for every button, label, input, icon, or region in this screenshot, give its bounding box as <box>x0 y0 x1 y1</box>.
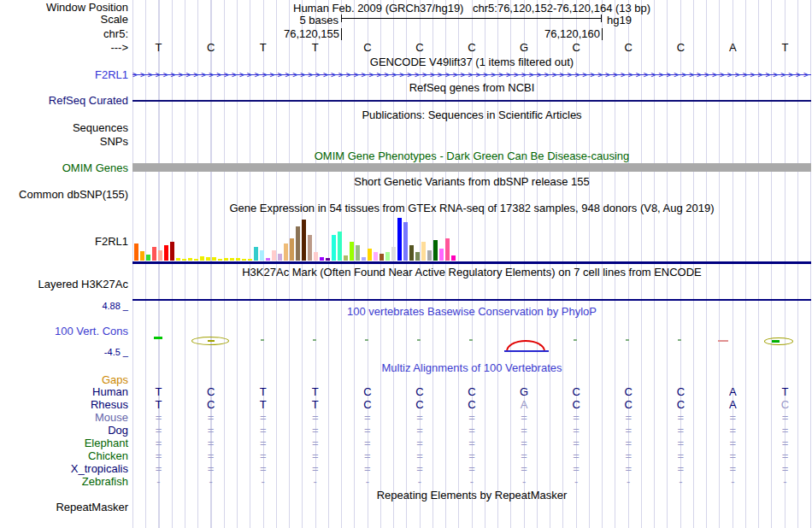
gtex-bar[interactable] <box>272 250 276 261</box>
gtex-gene-label[interactable]: F2RL1 <box>0 236 128 247</box>
gtex-bar[interactable] <box>242 259 246 261</box>
gtex-bar[interactable] <box>188 258 192 261</box>
gtex-bar[interactable] <box>200 256 204 261</box>
gtex-bar[interactable] <box>206 257 210 261</box>
alignment-cell: = <box>759 463 811 474</box>
gtex-bar[interactable] <box>439 249 444 261</box>
gtex-bar[interactable] <box>230 258 234 261</box>
gtex-bar[interactable] <box>368 249 372 261</box>
species-label-zebrafish[interactable]: Zebrafish <box>0 476 128 487</box>
gtex-bar[interactable] <box>158 250 162 261</box>
gtex-bar[interactable] <box>391 247 396 261</box>
gtex-bar[interactable] <box>278 254 282 261</box>
gtex-bar[interactable] <box>356 245 360 261</box>
gtex-bar[interactable] <box>320 257 324 261</box>
scale-value: 5 bases <box>282 14 338 26</box>
gtex-bar[interactable] <box>403 222 408 261</box>
multiz-row-mouse[interactable]: ============= <box>132 412 811 423</box>
gtex-bar[interactable] <box>421 242 426 261</box>
alignment-cell: = <box>550 450 603 461</box>
gtex-bar[interactable] <box>182 259 186 261</box>
multiz-row-x-tropicalis[interactable]: ============= <box>132 463 811 474</box>
gtex-bar[interactable] <box>451 255 456 261</box>
sequences-track-label[interactable]: Sequences <box>0 122 128 133</box>
gtex-bar[interactable] <box>236 258 240 261</box>
species-label-mouse[interactable]: Mouse <box>0 412 128 423</box>
gencode-gene-line[interactable]: >>>>>>>>>>>>>>>>>>>>>>>>>>>>>>>>>>>>>>>>… <box>132 71 811 79</box>
gtex-bar[interactable] <box>326 258 330 261</box>
gtex-bar[interactable] <box>433 240 438 261</box>
multiz-gaps-label[interactable]: Gaps <box>0 374 128 385</box>
dbsnp-track-label[interactable]: Common dbSNP(155) <box>0 189 128 200</box>
alignment-cell: - <box>603 476 655 487</box>
gtex-bar[interactable] <box>314 252 318 261</box>
gtex-bar[interactable] <box>332 235 336 261</box>
gtex-bar[interactable] <box>290 238 294 261</box>
refseq-gene-line[interactable] <box>132 100 811 102</box>
omim-gene-bar[interactable] <box>132 163 811 172</box>
species-label-elephant[interactable]: Elephant <box>0 437 128 449</box>
alignment-cell: = <box>237 463 289 474</box>
gtex-bar[interactable] <box>296 226 300 261</box>
species-label-human[interactable]: Human <box>0 386 128 397</box>
multiz-row-rhesus[interactable]: TCTTCCCACCCAC <box>132 399 811 410</box>
multiz-row-dog[interactable]: ============= <box>132 425 811 436</box>
phylop-track-label[interactable]: 100 Vert. Cons <box>0 326 128 337</box>
conservation-mark <box>313 339 316 341</box>
gtex-bar[interactable] <box>254 247 258 261</box>
snps-track-label[interactable]: SNPs <box>0 136 128 147</box>
multiz-row-chicken[interactable]: ============= <box>132 450 811 461</box>
gtex-bar[interactable] <box>218 259 222 261</box>
gtex-bar[interactable] <box>409 245 414 261</box>
gtex-bar[interactable] <box>176 258 180 261</box>
alignment-cell: - <box>498 476 550 487</box>
alignment-cell: = <box>498 412 550 423</box>
gtex-bar[interactable] <box>445 238 450 261</box>
gencode-gene-label[interactable]: F2RL1 <box>0 69 128 80</box>
gtex-bar[interactable] <box>266 258 270 261</box>
gtex-bar[interactable] <box>134 243 138 261</box>
gtex-bar[interactable] <box>338 232 342 261</box>
gtex-bar[interactable] <box>260 250 264 261</box>
gtex-bar[interactable] <box>397 218 402 261</box>
gtex-bar[interactable] <box>146 255 150 261</box>
omim-track-label[interactable]: OMIM Genes <box>0 162 128 173</box>
gtex-bar[interactable] <box>380 254 384 261</box>
gtex-bar[interactable] <box>212 257 216 261</box>
gtex-bar[interactable] <box>224 258 228 261</box>
gtex-bar[interactable] <box>374 252 378 261</box>
gtex-bar[interactable] <box>248 259 252 261</box>
gtex-bar[interactable] <box>170 242 174 261</box>
multiz-row-human[interactable]: TCTTCCCGCCCAT <box>132 386 811 397</box>
refseq-track-label[interactable]: RefSeq Curated <box>0 95 128 106</box>
species-label-x-tropicalis[interactable]: X_tropicalis <box>0 463 128 474</box>
alignment-cell: = <box>603 437 655 449</box>
repeatmasker-track-label[interactable]: RepeatMasker <box>0 502 128 513</box>
alignment-cell: - <box>759 476 811 487</box>
gtex-bar[interactable] <box>140 251 144 261</box>
alignment-cell: = <box>445 463 497 474</box>
alignment-cell: = <box>132 463 185 474</box>
gtex-bar[interactable] <box>344 255 348 261</box>
h3k27ac-track-label[interactable]: Layered H3K27Ac <box>0 279 128 290</box>
gtex-bar[interactable] <box>415 252 420 261</box>
species-label-dog[interactable]: Dog <box>0 425 128 436</box>
gtex-bar[interactable] <box>302 220 306 261</box>
gtex-bar[interactable] <box>308 235 312 261</box>
gtex-bar[interactable] <box>362 257 366 261</box>
multiz-row-elephant[interactable]: ============= <box>132 437 811 449</box>
gtex-bar[interactable] <box>350 242 354 261</box>
gtex-bar[interactable] <box>284 243 288 261</box>
gtex-bar[interactable] <box>152 247 156 261</box>
species-label-rhesus[interactable]: Rhesus <box>0 399 128 410</box>
species-label-chicken[interactable]: Chicken <box>0 450 128 461</box>
alignment-cell: - <box>185 476 237 487</box>
alignment-cell: = <box>289 425 341 436</box>
gtex-bar[interactable] <box>194 259 198 261</box>
gtex-bar[interactable] <box>385 252 390 261</box>
alignment-cell: C <box>603 399 655 410</box>
gtex-bar[interactable] <box>164 245 168 261</box>
gtex-bar[interactable] <box>427 250 432 261</box>
multiz-row-zebrafish[interactable]: ------------- <box>132 476 811 487</box>
gtex-expression-chart[interactable] <box>134 218 457 261</box>
